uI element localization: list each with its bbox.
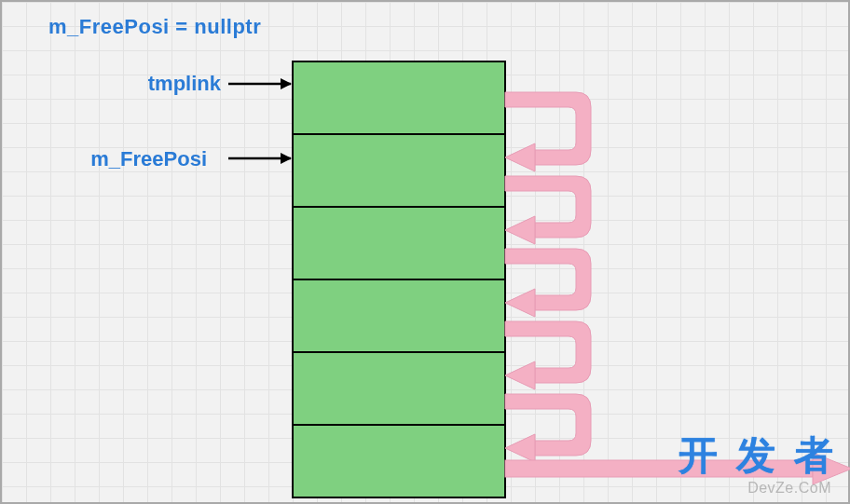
svg-marker-1: [505, 216, 535, 244]
link-arrow-3-4: [505, 321, 591, 389]
link-arrow-0-1: [505, 92, 591, 171]
svg-marker-2: [505, 289, 535, 317]
link-arrow-2-3: [505, 249, 591, 317]
watermark-devze: DevZe.CoM: [747, 480, 831, 497]
svg-marker-3: [505, 361, 535, 389]
label-tmplink: tmplink: [53, 72, 221, 96]
cell-4: [293, 352, 505, 425]
cell-5: [293, 425, 505, 497]
cell-3: [293, 279, 505, 352]
svg-marker-4: [505, 434, 535, 462]
link-arrow-1-2: [505, 176, 591, 244]
label-freeposi: m_FreePosi: [39, 147, 207, 171]
brand-text: 开发者: [679, 429, 835, 482]
links-group: [505, 92, 850, 484]
diagram-canvas: m_FreePosi = nullptr tmplink m_FreePosi: [0, 0, 850, 504]
svg-marker-0: [505, 143, 535, 171]
cell-1: [293, 134, 505, 207]
memory-block: [293, 61, 505, 497]
title-text: m_FreePosi = nullptr: [48, 15, 261, 39]
link-arrow-4-5: [505, 394, 591, 462]
cell-2: [293, 207, 505, 279]
cell-0: [293, 61, 505, 134]
